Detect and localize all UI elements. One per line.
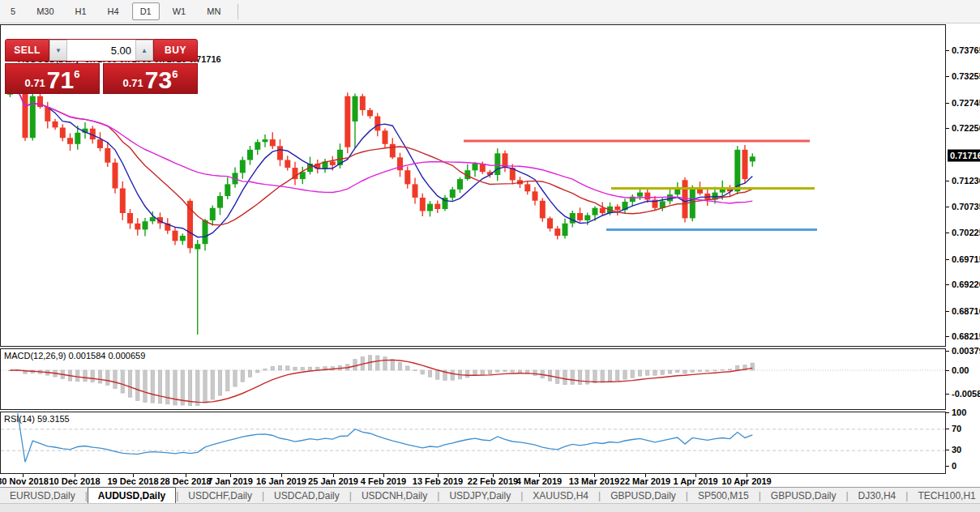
chart-tab-TECH100-H1[interactable]: TECH100,H1 [908, 488, 980, 504]
price-label: 0.70735 [952, 202, 980, 211]
price-label: 0.68215 [952, 331, 980, 341]
axis-tick [946, 311, 949, 312]
date-axis[interactable]: 30 Nov 201810 Dec 201819 Dec 201828 Dec … [0, 474, 946, 487]
timeframe-toolbar: 5M30H1H4D1W1MN [0, 0, 980, 23]
axis-tick [946, 233, 949, 233]
price-label: 0.72250 [952, 123, 980, 133]
chart-tab-GBPUSD-Daily[interactable]: GBPUSD,Daily [601, 488, 686, 504]
axis-tick [946, 336, 949, 337]
date-label: 28 Dec 2018 [160, 476, 212, 486]
rsi-axis-label: 30 [952, 445, 961, 454]
sell-price-prefix: 0.71 [25, 77, 45, 89]
macd-axis-label: 0.00 [952, 365, 969, 375]
timeframe-button-H1[interactable]: H1 [67, 2, 95, 20]
chart-tab-XAUUSD-H4[interactable]: XAUUSD,H4 [523, 488, 598, 504]
axis-tick [946, 76, 949, 77]
axis-tick [946, 450, 949, 450]
date-label: 16 Jan 2019 [256, 476, 306, 486]
buy-button[interactable]: BUY [153, 39, 198, 62]
rsi-axis-label: 0 [952, 461, 956, 471]
toolbar-separator [238, 4, 238, 19]
buy-price-pip: 6 [172, 68, 178, 80]
volume-box: ▼ 5.00 ▲ [49, 39, 153, 62]
macd-axis-label: 0.003793 [952, 346, 980, 356]
chart-tab-EURUSD-Daily[interactable]: EURUSD,Daily [0, 488, 85, 504]
chart-tab-USDCAD-Daily[interactable]: USDCAD,Daily [264, 488, 349, 504]
timeframe-button-5[interactable]: 5 [2, 2, 24, 20]
timeframe-button-MN[interactable]: MN [199, 2, 229, 20]
axis-tick [946, 50, 949, 51]
volume-increase-button[interactable]: ▲ [135, 40, 153, 61]
axis-tick [946, 370, 949, 371]
date-label: 13 Feb 2019 [413, 476, 463, 486]
date-label: 30 Nov 2018 [0, 476, 49, 486]
volume-input[interactable]: 5.00 [67, 40, 135, 61]
volume-decrease-button[interactable]: ▼ [49, 40, 67, 61]
sell-price-pip: 6 [74, 68, 79, 80]
rsi-indicator-panel[interactable]: RSI(14) 59.3155 [0, 412, 946, 474]
rsi-axis-label: 70 [952, 424, 961, 433]
date-label: 1 Apr 2019 [673, 476, 717, 486]
current-price-badge: 0.71716 [948, 150, 980, 162]
date-label: 13 Mar 2019 [569, 476, 619, 486]
timeframe-button-D1[interactable]: D1 [132, 2, 160, 20]
chart-tab-USDCHF-Daily[interactable]: USDCHF,Daily [178, 488, 262, 504]
sell-price-digits: 71 [47, 68, 74, 92]
price-label: 0.73765 [952, 45, 980, 55]
axis-tick [946, 259, 949, 260]
date-label: 10 Dec 2018 [49, 476, 101, 486]
macd-axis-label: -0.005864 [952, 389, 980, 399]
chart-tab-AUDUSD-Daily[interactable]: AUDUSD,Daily [88, 487, 176, 504]
macd-label: MACD(12,26,9) 0.001584 0.000659 [4, 351, 145, 361]
axis-tick [946, 466, 949, 467]
axis-tick [946, 103, 949, 104]
date-label: 7 Jan 2019 [208, 476, 253, 486]
price-label: 0.73255 [952, 71, 980, 81]
axis-tick [946, 351, 949, 352]
price-label: 0.71230 [952, 176, 980, 186]
axis-tick [946, 394, 949, 395]
buy-price-display[interactable]: 0.71 73 6 [103, 63, 198, 94]
axis-tick [946, 128, 949, 129]
sell-price-display[interactable]: 0.71 71 6 [5, 63, 100, 94]
date-label: 10 Apr 2019 [721, 476, 771, 486]
chart-tab-USDCNH-Daily[interactable]: USDCNH,Daily [352, 488, 437, 504]
chart-tab-bar: EURUSD,Daily|AUDUSD,Daily|USDCHF,Daily|U… [0, 487, 980, 504]
axis-tick [946, 207, 949, 207]
price-label: 0.70225 [952, 228, 980, 237]
buy-price-digits: 73 [145, 68, 172, 92]
axis-tick [946, 412, 949, 413]
status-bar [0, 503, 980, 512]
buy-price-prefix: 0.71 [123, 77, 143, 89]
date-label: 19 Dec 2018 [108, 476, 159, 486]
chart-tab-USDJPY-Daily[interactable]: USDJPY,Daily [439, 488, 520, 504]
chart-tab-SP500-M15[interactable]: SP500,M15 [688, 488, 759, 504]
spin-down-icon: ▼ [55, 47, 62, 54]
macd-indicator-panel[interactable]: MACD(12,26,9) 0.001584 0.000659 [0, 348, 946, 410]
price-label: 0.69715 [952, 254, 980, 264]
date-label: 4 Mar 2019 [516, 476, 562, 486]
chart-tab-DJ30-H4[interactable]: DJ30,H4 [849, 488, 906, 504]
price-label: 0.69220 [952, 279, 980, 289]
axis-tick [946, 181, 949, 181]
rsi-chart [1, 412, 945, 473]
axis-tick [946, 284, 949, 285]
timeframe-button-H4[interactable]: H4 [100, 2, 127, 20]
price-label: 0.72745 [952, 98, 980, 108]
rsi-label: RSI(14) 59.3155 [4, 414, 70, 424]
timeframe-button-W1[interactable]: W1 [165, 2, 195, 20]
date-label: 22 Mar 2019 [620, 476, 670, 486]
date-label: 22 Feb 2019 [468, 476, 518, 486]
sell-button[interactable]: SELL [5, 39, 49, 62]
spin-up-icon: ▲ [141, 47, 148, 54]
price-axis[interactable]: 0.737650.732550.727450.722500.712300.707… [946, 24, 980, 487]
rsi-axis-label: 100 [952, 407, 966, 417]
trading-terminal-window: 5M30H1H4D1W1MN ▲AUDUSD,Daily 0.71756 0.7… [0, 0, 980, 512]
date-label: 4 Feb 2019 [361, 476, 406, 486]
axis-tick [946, 429, 949, 429]
price-label: 0.68710 [952, 306, 980, 316]
chart-tab-GBPUSD-Daily[interactable]: GBPUSD,Daily [761, 488, 846, 504]
one-click-trade-panel: SELL ▼ 5.00 ▲ BUY 0.71 71 6 0.71 73 6 [5, 39, 198, 94]
date-label: 25 Jan 2019 [308, 476, 358, 486]
timeframe-button-M30[interactable]: M30 [28, 2, 62, 20]
